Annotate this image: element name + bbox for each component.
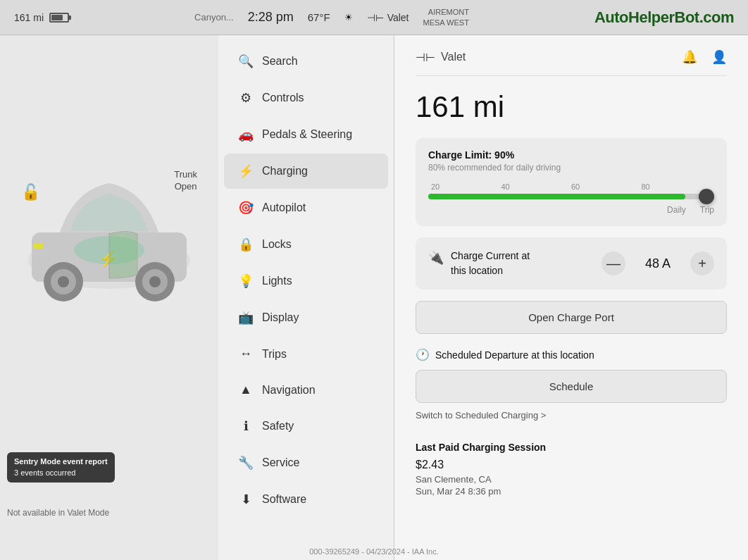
last-session-date: Sun, Mar 24 8:36 pm xyxy=(416,486,727,497)
nav-item-charging[interactable]: ⚡ Charging xyxy=(224,154,388,189)
nav-label-pedals: Pedals & Steering xyxy=(262,128,352,141)
valet-header-section: ⊣⊢ Valet 🔔 👤 xyxy=(416,49,727,76)
last-session-location: San Clemente, CA xyxy=(416,474,727,485)
location-line2: MESA WEST xyxy=(423,18,469,27)
open-charge-port-button[interactable]: Open Charge Port xyxy=(416,301,727,334)
left-panel: ⚡ Trunk Open 🔓 Sentry Mode event report … xyxy=(0,35,218,560)
decrement-current-button[interactable]: — xyxy=(601,251,625,275)
nav-label-search: Search xyxy=(262,55,298,68)
svg-point-4 xyxy=(58,276,69,287)
current-value-display: 48 A xyxy=(637,256,679,271)
nav-label-navigation: Navigation xyxy=(262,384,316,397)
bell-icon: 🔔 xyxy=(682,49,697,65)
nav-label-locks: Locks xyxy=(262,238,292,251)
range-main-display: 161 mi xyxy=(416,90,727,124)
charge-current-section: 🔌 Charge Current at this location — 48 A… xyxy=(416,237,727,290)
nav-item-service[interactable]: 🔧 Service xyxy=(224,445,388,480)
status-time: 2:28 pm xyxy=(248,10,294,25)
status-bar-right: AutoHelperBot.com xyxy=(594,8,734,27)
switch-charging-link[interactable]: Switch to Scheduled Charging > xyxy=(416,410,727,421)
nav-item-pedals[interactable]: 🚗 Pedals & Steering xyxy=(224,117,388,152)
search-icon: 🔍 xyxy=(238,54,254,69)
trip-label: Trip xyxy=(700,205,714,215)
slider-footer: Daily Trip xyxy=(428,205,714,215)
nav-item-display[interactable]: 📺 Display xyxy=(224,300,388,335)
schedule-button[interactable]: Schedule xyxy=(416,370,727,403)
charge-current-label-text: Charge Current at this location xyxy=(451,249,530,278)
car-illustration: ⚡ Trunk Open 🔓 Sentry Mode event report … xyxy=(0,35,218,560)
trunk-open-text: Trunk Open xyxy=(174,169,197,193)
location-display: AIREMONT MESA WEST xyxy=(423,7,469,27)
temp-value: 67°F xyxy=(308,11,330,23)
nav-label-charging: Charging xyxy=(262,165,308,178)
charge-limit-subtitle: 80% recommended for daily driving xyxy=(428,163,714,173)
status-temp: 67°F xyxy=(308,11,330,23)
nav-label-display: Display xyxy=(262,311,299,324)
nav-item-search[interactable]: 🔍 Search xyxy=(224,44,388,79)
nav-item-controls[interactable]: ⚙ Controls xyxy=(224,80,388,116)
sentry-detail: 3 events occurred xyxy=(14,468,108,478)
charge-current-label-area: 🔌 Charge Current at this location xyxy=(428,249,601,278)
slider-label-20: 20 xyxy=(431,182,440,191)
car-svg: ⚡ xyxy=(18,120,201,345)
main-panel: ⊣⊢ Valet 🔔 👤 161 mi Charge Limit: 90% 80… xyxy=(394,35,748,560)
last-session-amount: $2.43 xyxy=(416,459,727,471)
charge-slider-fill xyxy=(428,194,685,199)
nav-item-navigation[interactable]: ▲ Navigation xyxy=(224,373,388,407)
nav-item-safety[interactable]: ℹ Safety xyxy=(224,409,388,444)
last-session-section: Last Paid Charging Session $2.43 San Cle… xyxy=(416,435,727,497)
controls-icon: ⚙ xyxy=(238,90,254,106)
safety-icon: ℹ xyxy=(238,418,254,434)
sentry-badge: Sentry Mode event report 3 events occurr… xyxy=(7,452,115,483)
trips-icon: ↔ xyxy=(238,347,254,361)
nav-label-safety: Safety xyxy=(262,420,294,433)
lights-icon: 💡 xyxy=(238,273,254,289)
nav-label-autopilot: Autopilot xyxy=(262,201,306,214)
valet-notice-text: Not available in Valet Mode xyxy=(7,508,109,518)
nav-item-autopilot[interactable]: 🎯 Autopilot xyxy=(224,190,388,225)
scheduled-departure-section: 🕐 Scheduled Departure at this location S… xyxy=(416,348,727,421)
valet-notice: Not available in Valet Mode xyxy=(7,508,109,518)
svg-rect-11 xyxy=(33,243,44,249)
nav-item-trips[interactable]: ↔ Trips xyxy=(224,337,388,371)
locks-icon: 🔒 xyxy=(238,237,254,252)
brand-logo: AutoHelperBot.com xyxy=(594,8,734,27)
charge-limit-section: Charge Limit: 90% 80% recommended for da… xyxy=(416,138,727,226)
car-svg-area: ⚡ xyxy=(0,92,218,373)
autopilot-icon: 🎯 xyxy=(238,200,254,216)
slider-label-40: 40 xyxy=(501,182,510,191)
plug-icon: 🔌 xyxy=(428,250,444,266)
footer-bar: 000-39265249 - 04/23/2024 - IAA Inc. xyxy=(0,547,748,556)
clock-icon: 🕐 xyxy=(416,348,430,361)
range-display-top: 161 mi xyxy=(14,12,44,23)
increment-current-button[interactable]: + xyxy=(690,251,714,275)
lock-icon: 🔓 xyxy=(21,183,40,201)
charge-slider-thumb[interactable] xyxy=(699,189,714,204)
valet-bow-icon: ⊣⊢ xyxy=(416,51,435,64)
slider-label-60: 60 xyxy=(571,182,580,191)
status-bar: 161 mi Canyon... 2:28 pm 67°F ☀ ⊣⊢ Valet… xyxy=(0,0,748,35)
service-icon: 🔧 xyxy=(238,455,254,471)
nav-label-service: Service xyxy=(262,456,299,469)
nav-item-locks[interactable]: 🔒 Locks xyxy=(224,227,388,262)
sun-icon: ☀ xyxy=(344,12,353,23)
charge-slider-track[interactable] xyxy=(428,194,714,199)
person-icon: 👤 xyxy=(711,49,727,65)
nav-item-lights[interactable]: 💡 Lights xyxy=(224,263,388,299)
software-icon: ⬇ xyxy=(238,492,254,507)
nav-item-software[interactable]: ⬇ Software xyxy=(224,482,388,517)
charge-limit-title: Charge Limit: 90% xyxy=(428,149,714,161)
last-session-title: Last Paid Charging Session xyxy=(416,442,727,453)
slider-labels: 20 40 60 80 xyxy=(428,182,714,191)
nav-label-software: Software xyxy=(262,493,306,506)
status-bar-center: Canyon... 2:28 pm 67°F ☀ ⊣⊢ Valet AIREMO… xyxy=(69,7,594,27)
navigation-icon: ▲ xyxy=(238,382,254,397)
scheduled-departure-header: 🕐 Scheduled Departure at this location xyxy=(416,348,727,361)
svg-point-7 xyxy=(149,276,161,287)
status-bar-left: 161 mi xyxy=(14,12,69,23)
map-label: Canyon... xyxy=(194,12,234,23)
nav-label-trips: Trips xyxy=(262,348,287,361)
valet-label-top: Valet xyxy=(387,12,409,23)
valet-header-label: Valet xyxy=(441,51,466,63)
charging-icon: ⚡ xyxy=(238,163,254,179)
